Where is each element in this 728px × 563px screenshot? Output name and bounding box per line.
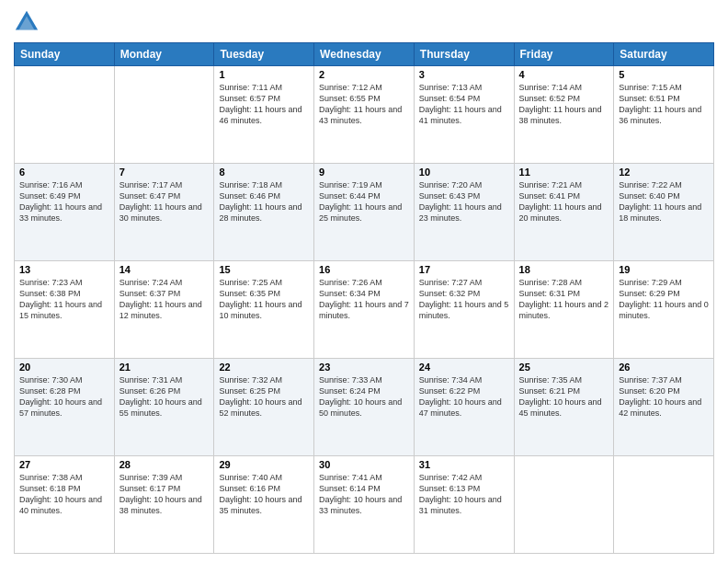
- day-number: 3: [419, 69, 509, 80]
- cell-content: Sunrise: 7:41 AM Sunset: 6:14 PM Dayligh…: [319, 472, 409, 517]
- header-row: SundayMondayTuesdayWednesdayThursdayFrid…: [15, 43, 714, 66]
- day-number: 21: [119, 362, 210, 373]
- day-number: 8: [219, 167, 309, 178]
- cell-content: Sunrise: 7:34 AM Sunset: 6:22 PM Dayligh…: [419, 374, 509, 419]
- week-row-5: 27Sunrise: 7:38 AM Sunset: 6:18 PM Dayli…: [15, 456, 714, 554]
- day-header-friday: Friday: [514, 43, 614, 66]
- header: [14, 9, 714, 35]
- day-number: 9: [319, 167, 409, 178]
- calendar-cell: 3Sunrise: 7:13 AM Sunset: 6:54 PM Daylig…: [414, 66, 514, 164]
- calendar-cell: 2Sunrise: 7:12 AM Sunset: 6:55 PM Daylig…: [314, 66, 415, 164]
- cell-content: Sunrise: 7:22 AM Sunset: 6:40 PM Dayligh…: [619, 179, 709, 224]
- cell-content: Sunrise: 7:31 AM Sunset: 6:26 PM Dayligh…: [119, 374, 210, 419]
- calendar-cell: [15, 66, 115, 164]
- cell-content: Sunrise: 7:27 AM Sunset: 6:32 PM Dayligh…: [419, 277, 509, 322]
- calendar-cell: 28Sunrise: 7:39 AM Sunset: 6:17 PM Dayli…: [114, 456, 214, 554]
- cell-content: Sunrise: 7:37 AM Sunset: 6:20 PM Dayligh…: [619, 374, 709, 419]
- day-header-thursday: Thursday: [414, 43, 514, 66]
- calendar-cell: [514, 456, 614, 554]
- calendar-cell: 9Sunrise: 7:19 AM Sunset: 6:44 PM Daylig…: [314, 164, 415, 261]
- day-header-tuesday: Tuesday: [214, 43, 314, 66]
- cell-content: Sunrise: 7:40 AM Sunset: 6:16 PM Dayligh…: [219, 472, 309, 517]
- calendar-cell: 7Sunrise: 7:17 AM Sunset: 6:47 PM Daylig…: [114, 164, 214, 261]
- calendar-cell: 21Sunrise: 7:31 AM Sunset: 6:26 PM Dayli…: [114, 359, 214, 456]
- calendar-cell: 26Sunrise: 7:37 AM Sunset: 6:20 PM Dayli…: [614, 359, 714, 456]
- cell-content: Sunrise: 7:23 AM Sunset: 6:38 PM Dayligh…: [19, 277, 109, 322]
- page: SundayMondayTuesdayWednesdayThursdayFrid…: [0, 0, 728, 563]
- week-row-4: 20Sunrise: 7:30 AM Sunset: 6:28 PM Dayli…: [15, 359, 714, 456]
- day-number: 10: [419, 167, 509, 178]
- calendar-cell: 20Sunrise: 7:30 AM Sunset: 6:28 PM Dayli…: [15, 359, 115, 456]
- calendar-cell: 29Sunrise: 7:40 AM Sunset: 6:16 PM Dayli…: [214, 456, 314, 554]
- calendar-cell: 18Sunrise: 7:28 AM Sunset: 6:31 PM Dayli…: [514, 261, 614, 359]
- day-number: 26: [619, 362, 709, 373]
- calendar-cell: 22Sunrise: 7:32 AM Sunset: 6:25 PM Dayli…: [214, 359, 314, 456]
- cell-content: Sunrise: 7:13 AM Sunset: 6:54 PM Dayligh…: [419, 82, 509, 127]
- cell-content: Sunrise: 7:15 AM Sunset: 6:51 PM Dayligh…: [619, 82, 709, 127]
- cell-content: Sunrise: 7:29 AM Sunset: 6:29 PM Dayligh…: [619, 277, 709, 322]
- calendar-cell: 23Sunrise: 7:33 AM Sunset: 6:24 PM Dayli…: [314, 359, 415, 456]
- cell-content: Sunrise: 7:25 AM Sunset: 6:35 PM Dayligh…: [219, 277, 309, 322]
- day-number: 20: [19, 362, 109, 373]
- day-number: 24: [419, 362, 509, 373]
- calendar-cell: 13Sunrise: 7:23 AM Sunset: 6:38 PM Dayli…: [15, 261, 115, 359]
- day-number: 23: [319, 362, 409, 373]
- cell-content: Sunrise: 7:28 AM Sunset: 6:31 PM Dayligh…: [519, 277, 609, 322]
- calendar-cell: 8Sunrise: 7:18 AM Sunset: 6:46 PM Daylig…: [214, 164, 314, 261]
- day-number: 15: [219, 264, 309, 275]
- day-number: 18: [519, 264, 609, 275]
- calendar-cell: 17Sunrise: 7:27 AM Sunset: 6:32 PM Dayli…: [414, 261, 514, 359]
- day-number: 22: [219, 362, 309, 373]
- week-row-1: 1Sunrise: 7:11 AM Sunset: 6:57 PM Daylig…: [15, 66, 714, 164]
- calendar-cell: 10Sunrise: 7:20 AM Sunset: 6:43 PM Dayli…: [414, 164, 514, 261]
- day-header-monday: Monday: [114, 43, 214, 66]
- calendar-cell: 16Sunrise: 7:26 AM Sunset: 6:34 PM Dayli…: [314, 261, 415, 359]
- day-header-saturday: Saturday: [614, 43, 714, 66]
- day-number: 19: [619, 264, 709, 275]
- cell-content: Sunrise: 7:26 AM Sunset: 6:34 PM Dayligh…: [319, 277, 409, 322]
- cell-content: Sunrise: 7:14 AM Sunset: 6:52 PM Dayligh…: [519, 82, 609, 127]
- cell-content: Sunrise: 7:35 AM Sunset: 6:21 PM Dayligh…: [519, 374, 609, 419]
- day-number: 5: [619, 69, 709, 80]
- calendar-table: SundayMondayTuesdayWednesdayThursdayFrid…: [14, 42, 714, 554]
- day-number: 27: [19, 459, 109, 470]
- week-row-3: 13Sunrise: 7:23 AM Sunset: 6:38 PM Dayli…: [15, 261, 714, 359]
- day-number: 16: [319, 264, 409, 275]
- calendar-cell: 14Sunrise: 7:24 AM Sunset: 6:37 PM Dayli…: [114, 261, 214, 359]
- calendar-cell: 24Sunrise: 7:34 AM Sunset: 6:22 PM Dayli…: [414, 359, 514, 456]
- calendar-cell: 27Sunrise: 7:38 AM Sunset: 6:18 PM Dayli…: [15, 456, 115, 554]
- calendar-cell: 25Sunrise: 7:35 AM Sunset: 6:21 PM Dayli…: [514, 359, 614, 456]
- cell-content: Sunrise: 7:17 AM Sunset: 6:47 PM Dayligh…: [119, 179, 210, 224]
- day-number: 25: [519, 362, 609, 373]
- calendar-cell: 30Sunrise: 7:41 AM Sunset: 6:14 PM Dayli…: [314, 456, 415, 554]
- cell-content: Sunrise: 7:33 AM Sunset: 6:24 PM Dayligh…: [319, 374, 409, 419]
- day-number: 1: [219, 69, 309, 80]
- calendar-cell: 1Sunrise: 7:11 AM Sunset: 6:57 PM Daylig…: [214, 66, 314, 164]
- day-header-wednesday: Wednesday: [314, 43, 415, 66]
- cell-content: Sunrise: 7:42 AM Sunset: 6:13 PM Dayligh…: [419, 472, 509, 517]
- cell-content: Sunrise: 7:19 AM Sunset: 6:44 PM Dayligh…: [319, 179, 409, 224]
- week-row-2: 6Sunrise: 7:16 AM Sunset: 6:49 PM Daylig…: [15, 164, 714, 261]
- cell-content: Sunrise: 7:16 AM Sunset: 6:49 PM Dayligh…: [19, 179, 109, 224]
- cell-content: Sunrise: 7:24 AM Sunset: 6:37 PM Dayligh…: [119, 277, 210, 322]
- calendar-cell: 19Sunrise: 7:29 AM Sunset: 6:29 PM Dayli…: [614, 261, 714, 359]
- calendar-cell: 15Sunrise: 7:25 AM Sunset: 6:35 PM Dayli…: [214, 261, 314, 359]
- day-number: 4: [519, 69, 609, 80]
- cell-content: Sunrise: 7:32 AM Sunset: 6:25 PM Dayligh…: [219, 374, 309, 419]
- day-number: 13: [19, 264, 109, 275]
- day-number: 31: [419, 459, 509, 470]
- calendar-cell: 6Sunrise: 7:16 AM Sunset: 6:49 PM Daylig…: [15, 164, 115, 261]
- day-number: 6: [19, 167, 109, 178]
- day-header-sunday: Sunday: [15, 43, 115, 66]
- calendar-cell: 11Sunrise: 7:21 AM Sunset: 6:41 PM Dayli…: [514, 164, 614, 261]
- calendar-cell: [614, 456, 714, 554]
- logo: [14, 9, 43, 35]
- calendar-cell: 31Sunrise: 7:42 AM Sunset: 6:13 PM Dayli…: [414, 456, 514, 554]
- cell-content: Sunrise: 7:11 AM Sunset: 6:57 PM Dayligh…: [219, 82, 309, 127]
- day-number: 11: [519, 167, 609, 178]
- day-number: 29: [219, 459, 309, 470]
- day-number: 28: [119, 459, 210, 470]
- cell-content: Sunrise: 7:38 AM Sunset: 6:18 PM Dayligh…: [19, 472, 109, 517]
- calendar-cell: 4Sunrise: 7:14 AM Sunset: 6:52 PM Daylig…: [514, 66, 614, 164]
- cell-content: Sunrise: 7:30 AM Sunset: 6:28 PM Dayligh…: [19, 374, 109, 419]
